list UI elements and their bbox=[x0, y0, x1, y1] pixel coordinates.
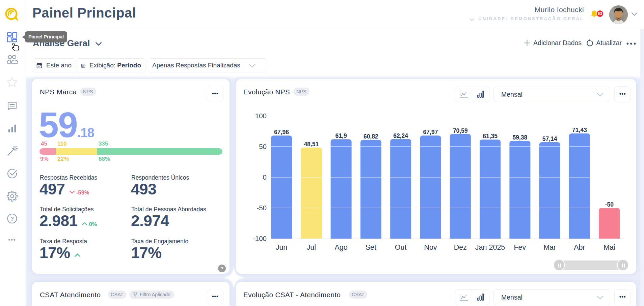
svg-text:Jan 2025: Jan 2025 bbox=[475, 243, 505, 251]
svg-text:59,38: 59,38 bbox=[513, 134, 528, 141]
svg-text:Jun: Jun bbox=[276, 243, 288, 251]
svg-text:?: ? bbox=[10, 216, 14, 222]
svg-text:70,59: 70,59 bbox=[453, 127, 468, 134]
svg-text:71,43: 71,43 bbox=[572, 127, 587, 133]
svg-text:61,9: 61,9 bbox=[336, 132, 347, 139]
svg-text:-50: -50 bbox=[257, 204, 267, 212]
svg-text:Nov: Nov bbox=[424, 243, 437, 251]
svg-text:Jul: Jul bbox=[307, 243, 316, 251]
svg-text:Out: Out bbox=[395, 243, 407, 251]
svg-text:Fev: Fev bbox=[514, 243, 526, 251]
svg-text:Abr: Abr bbox=[574, 243, 585, 251]
svg-text:Mai: Mai bbox=[603, 243, 615, 251]
svg-text:57,14: 57,14 bbox=[542, 135, 557, 142]
svg-text:61,35: 61,35 bbox=[483, 133, 498, 140]
svg-text:50: 50 bbox=[259, 143, 267, 150]
svg-text:67,96: 67,96 bbox=[274, 129, 289, 135]
svg-text:Set: Set bbox=[366, 243, 376, 251]
svg-text:Ago: Ago bbox=[334, 243, 347, 251]
svg-text:67,97: 67,97 bbox=[423, 129, 438, 135]
svg-text:100: 100 bbox=[255, 112, 267, 120]
svg-text:Dez: Dez bbox=[454, 243, 467, 251]
svg-text:-100: -100 bbox=[253, 235, 267, 242]
svg-text:0: 0 bbox=[263, 173, 267, 181]
svg-text:Mar: Mar bbox=[543, 243, 556, 251]
svg-text:60,82: 60,82 bbox=[364, 133, 378, 140]
svg-text:62,24: 62,24 bbox=[393, 132, 408, 139]
svg-text:-50: -50 bbox=[605, 201, 614, 208]
